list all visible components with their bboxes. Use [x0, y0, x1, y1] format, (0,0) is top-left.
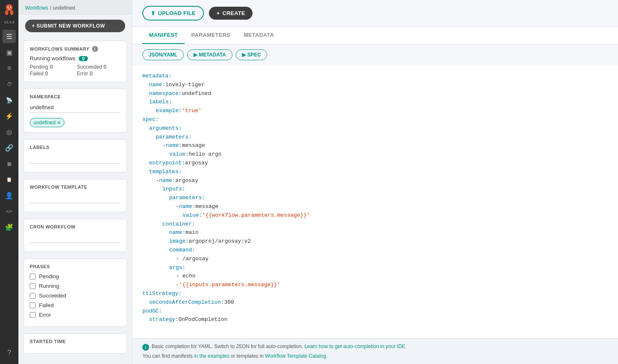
phase-succeeded-item: Succeeded [30, 292, 121, 299]
phase-pending-checkbox[interactable] [30, 274, 36, 279]
yaml-line-16: - name: message [142, 203, 608, 211]
phase-running-checkbox[interactable] [30, 283, 36, 289]
started-time-filter: STARTED TIME [23, 333, 127, 354]
create-label: CREATE [222, 10, 245, 16]
catalog-link[interactable]: Workflow Template Catalog [265, 353, 326, 359]
phase-failed-label: Failed [39, 302, 54, 308]
yaml-line-15: parameters: [142, 194, 608, 203]
namespace-tag-remove[interactable]: × [57, 119, 61, 126]
yaml-line-22: - /argosay [142, 255, 608, 264]
svg-point-0 [6, 4, 13, 11]
editor-area[interactable]: metadata: name: lovely-tiger namespace: … [132, 65, 618, 338]
nav-icon-home[interactable]: ☰ [3, 30, 16, 43]
yaml-line-3: namespace: undefined [142, 90, 608, 98]
nav-icon-antenna[interactable]: 📡 [3, 93, 16, 107]
phases-title: PHASES [30, 264, 121, 269]
yaml-line-21: command: [142, 246, 608, 255]
nav-icon-rss[interactable]: ◎ [3, 125, 16, 138]
breadcrumb-workflows[interactable]: Workflows [25, 5, 48, 11]
footer-info-text: Basic completion for YAML. Switch to JSO… [152, 343, 407, 349]
metadata-sub-arrow: ▶ [193, 52, 197, 58]
yaml-line-6: spec: [142, 115, 608, 124]
create-button[interactable]: + CREATE [209, 7, 252, 20]
nav-icon-code[interactable]: </> [3, 205, 16, 218]
autocomplete-ide-link[interactable]: Learn how to get auto-completion in your… [304, 343, 405, 349]
icon-sidebar: v3.4.4 ☰ ▣ ≡ ⏱ 📡 ⚡ ◎ 🔗 ▦ 📋 👤 </> 🧩 ? [0, 0, 18, 364]
cron-workflow-input-wrap[interactable] [30, 233, 121, 243]
left-panel: Workflows / undefined + SUBMIT NEW WORKF… [18, 0, 132, 364]
footer-info-icon: i [142, 344, 149, 351]
namespace-filter: NAMESPACE undefined × [23, 89, 127, 133]
workflow-template-input-wrap[interactable] [30, 194, 121, 203]
workflow-template-input[interactable] [30, 195, 121, 201]
yaml-line-27: secondsAfterCompletion: 300 [142, 298, 608, 307]
json-yaml-button[interactable]: JSON/YAML [142, 49, 184, 60]
running-row: Running workflows 0 [30, 55, 121, 62]
nav-icon-layers[interactable]: ▣ [3, 46, 16, 59]
top-toolbar: ⬆ UPLOAD FILE + CREATE [132, 0, 618, 27]
examples-link[interactable]: in the examples [194, 353, 229, 359]
nav-icon-link[interactable]: 🔗 [3, 141, 16, 154]
breadcrumb-current: undefined [53, 5, 75, 11]
nav-icon-user[interactable]: 👤 [3, 189, 16, 202]
nav-icon-list2[interactable]: 📋 [3, 173, 16, 186]
main-tabs-bar: MANIFEST PARAMETERS METADATA [132, 27, 618, 44]
tab-parameters[interactable]: PARAMETERS [185, 27, 237, 44]
phase-failed-checkbox[interactable] [30, 302, 36, 308]
labels-filter: LABELS [23, 139, 127, 172]
upload-icon: ⬆ [151, 10, 155, 16]
metadata-sub-label: METADATA [199, 52, 226, 58]
yaml-line-28: podGC: [142, 307, 608, 316]
footer-examples-row: You can find manifests in the examples o… [142, 353, 608, 359]
phase-succeeded-checkbox[interactable] [30, 293, 36, 299]
svg-point-4 [10, 7, 11, 8]
nav-icon-puzzle[interactable]: 🧩 [3, 220, 16, 234]
yaml-line-23: args: [142, 264, 608, 272]
phase-error-label: Error [39, 312, 51, 318]
yaml-line-18: container: [142, 220, 608, 229]
nav-icon-help[interactable]: ? [3, 346, 16, 359]
yaml-line-10: value: hello argo [142, 150, 608, 159]
nav-icon-lightning[interactable]: ⚡ [3, 109, 16, 123]
phases-filter: PHASES Pending Running Succeeded Failed … [23, 259, 127, 327]
labels-input-wrap[interactable] [30, 154, 121, 164]
svg-point-1 [5, 10, 8, 15]
phase-error-checkbox[interactable] [30, 312, 36, 318]
yaml-line-29: strategy: OnPodCompletion [142, 315, 608, 324]
nav-icon-db[interactable]: ▦ [3, 157, 16, 170]
yaml-line-1: metadata: [142, 72, 608, 81]
tab-manifest[interactable]: MANIFEST [142, 27, 185, 44]
yaml-line-2: name: lovely-tiger [142, 81, 608, 90]
labels-filter-title: LABELS [30, 145, 121, 150]
sub-toolbar: JSON/YAML ▶ METADATA ▶ SPEC [132, 44, 618, 65]
footer-info-row: i Basic completion for YAML. Switch to J… [142, 343, 608, 351]
nav-icon-clock[interactable]: ⏱ [3, 77, 16, 91]
upload-label: UPLOAD FILE [158, 10, 196, 16]
labels-input[interactable] [30, 155, 121, 161]
spec-sub-button[interactable]: ▶ SPEC [236, 49, 268, 60]
running-count: 0 [79, 56, 88, 61]
breadcrumb: Workflows / undefined [25, 5, 125, 11]
app-logo [3, 3, 16, 18]
submit-new-workflow-button[interactable]: + SUBMIT NEW WORKFLOW [25, 20, 125, 32]
cron-workflow-title: CRON WORKFLOW [30, 224, 121, 229]
namespace-input-wrap[interactable] [30, 103, 121, 113]
yaml-line-20: image: argoproj/argosay:v2 [142, 237, 608, 246]
phase-running-label: Running [39, 283, 59, 289]
svg-point-3 [8, 7, 9, 8]
spec-sub-label: SPEC [247, 52, 261, 58]
workflow-template-title: WORKFLOW TEMPLATE [30, 185, 121, 190]
nav-icon-list[interactable]: ≡ [3, 62, 16, 75]
editor-footer: i Basic completion for YAML. Switch to J… [132, 338, 618, 364]
cron-workflow-input[interactable] [30, 234, 121, 241]
workflows-summary-title: WORKFLOWS SUMMARY i [30, 46, 121, 52]
started-time-title: STARTED TIME [30, 339, 121, 344]
json-yaml-label: JSON/YAML [149, 52, 178, 58]
metadata-sub-button[interactable]: ▶ METADATA [187, 49, 232, 60]
upload-file-button[interactable]: ⬆ UPLOAD FILE [142, 6, 204, 21]
stat-pending: Pending 0 [30, 64, 74, 70]
tab-metadata[interactable]: METADATA [237, 27, 281, 44]
namespace-input[interactable] [30, 104, 121, 110]
phase-succeeded-label: Succeeded [39, 292, 66, 299]
yaml-line-12: templates: [142, 168, 608, 177]
